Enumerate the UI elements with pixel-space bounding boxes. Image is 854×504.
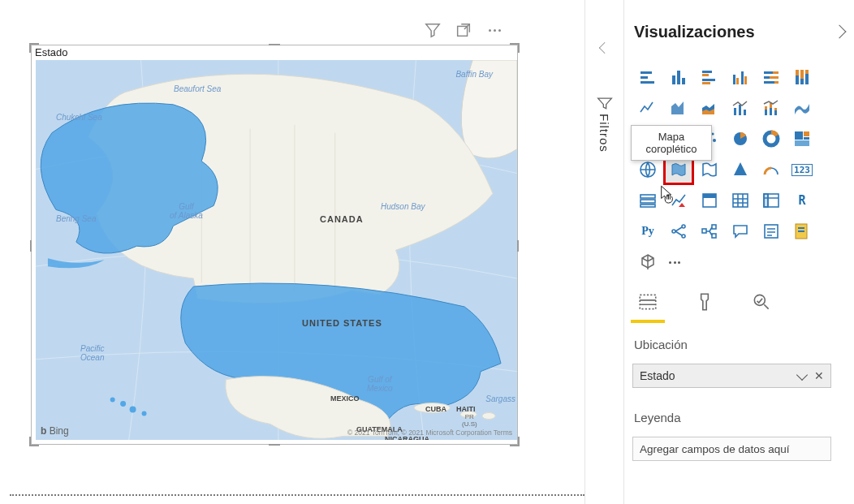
sea-label: Gulf of Alaska (170, 202, 203, 220)
svg-point-73 (682, 235, 685, 238)
visual-header-toolbar (424, 21, 503, 39)
filter-icon[interactable] (424, 21, 442, 39)
decomposition-tree-icon[interactable] (696, 218, 723, 245)
treemap-icon[interactable] (788, 125, 816, 153)
svg-rect-63 (640, 195, 655, 198)
visualization-picker: Mapa coroplético 123 (634, 63, 844, 276)
azure-map-icon[interactable] (727, 156, 754, 183)
svg-rect-67 (703, 194, 716, 198)
svg-rect-74 (702, 229, 706, 233)
sea-label: Baffin Bay (455, 70, 493, 79)
focus-mode-icon[interactable] (455, 21, 472, 39)
country-label: CUBA (425, 405, 446, 413)
card-icon[interactable]: 123 (788, 156, 816, 183)
svg-rect-20 (736, 78, 739, 84)
more-visuals-icon[interactable] (665, 248, 692, 276)
svg-point-71 (672, 230, 675, 233)
svg-rect-13 (677, 71, 680, 84)
smart-narrative-icon[interactable] (757, 218, 785, 245)
filters-pane-collapsed[interactable]: Filtros (584, 0, 623, 504)
expand-pane-icon[interactable] (599, 42, 610, 54)
analytics-tab-icon[interactable] (748, 286, 775, 318)
country-label: MEXICO (330, 394, 360, 403)
collapse-pane-icon[interactable] (833, 25, 847, 39)
donut-icon[interactable] (757, 125, 785, 153)
canvas-page-divider (10, 494, 584, 496)
svg-rect-12 (672, 75, 675, 84)
paginated-report-icon[interactable] (788, 218, 816, 245)
hundred-stacked-column-icon[interactable] (788, 63, 816, 91)
qa-visual-icon[interactable] (727, 218, 754, 245)
country-label: UNITED STATES (302, 318, 382, 328)
svg-rect-21 (741, 71, 744, 84)
svg-rect-70 (764, 194, 768, 207)
format-tab-icon[interactable] (691, 286, 718, 318)
map-svg (36, 60, 517, 440)
svg-rect-60 (804, 137, 809, 140)
svg-rect-17 (702, 79, 715, 81)
fields-tab-icon[interactable] (634, 286, 662, 318)
map-body[interactable]: Beaufort Sea Baffin Bay Chukchi Sea Beri… (36, 60, 517, 440)
pie-icon[interactable] (727, 125, 754, 153)
r-visual-icon[interactable]: R (788, 187, 816, 214)
sea-label: Gulf of Mexico (367, 375, 393, 393)
svg-rect-79 (798, 227, 804, 229)
sea-label: Pacific Ocean (80, 344, 104, 362)
python-visual-icon[interactable]: Py (634, 218, 662, 245)
svg-rect-32 (800, 70, 804, 79)
filter-icon (597, 96, 613, 110)
stacked-area-icon[interactable] (696, 94, 723, 122)
svg-point-82 (754, 295, 765, 305)
clustered-bar-icon[interactable] (696, 63, 723, 91)
resize-handle[interactable] (510, 41, 521, 53)
svg-rect-43 (774, 108, 777, 110)
svg-rect-36 (739, 105, 741, 115)
line-stacked-column-icon[interactable] (757, 94, 785, 122)
location-field-well[interactable]: Estado ✕ (632, 364, 831, 388)
sea-label: Chukchi Sea (56, 113, 102, 122)
ribbon-chart-icon[interactable] (788, 94, 816, 122)
line-clustered-column-icon[interactable] (727, 94, 754, 122)
svg-rect-19 (733, 75, 735, 84)
key-influencers-icon[interactable] (665, 218, 692, 245)
resize-handle[interactable] (269, 41, 280, 52)
svg-rect-28 (774, 81, 779, 84)
svg-point-5 (142, 411, 147, 416)
cursor-icon (657, 185, 676, 205)
country-label: CANADA (320, 214, 364, 224)
svg-rect-15 (702, 71, 712, 73)
line-chart-icon[interactable]: Mapa coroplético (634, 94, 662, 122)
svg-point-4 (130, 407, 136, 413)
slicer-icon[interactable] (696, 187, 723, 214)
svg-point-54 (713, 139, 716, 142)
get-more-visuals-icon[interactable] (634, 248, 662, 276)
chevron-down-icon[interactable] (796, 368, 808, 380)
more-options-icon[interactable] (485, 21, 503, 39)
area-chart-icon[interactable] (665, 94, 692, 122)
matrix-icon[interactable] (757, 187, 785, 214)
svg-rect-65 (640, 205, 655, 207)
filled-map-visual[interactable]: Estado (31, 45, 518, 445)
table-icon[interactable] (727, 187, 754, 214)
svg-rect-58 (795, 131, 803, 140)
hundred-stacked-bar-icon[interactable] (757, 63, 785, 91)
legend-field-well[interactable]: Agregar campos de datos aquí (632, 437, 831, 461)
svg-rect-22 (744, 76, 747, 84)
svg-rect-76 (712, 234, 716, 238)
svg-rect-80 (798, 230, 804, 232)
svg-rect-37 (744, 110, 746, 115)
sea-label: Beaufort Sea (174, 84, 221, 93)
svg-rect-81 (640, 295, 656, 308)
country-label: HAITI (456, 405, 476, 413)
tooltip: Mapa coroplético (631, 125, 712, 161)
svg-rect-30 (796, 70, 799, 75)
stacked-bar-icon[interactable] (634, 63, 662, 91)
resize-handle[interactable] (28, 41, 39, 53)
gauge-icon[interactable] (757, 156, 785, 183)
field-well-placeholder: Agregar campos de datos aquí (640, 443, 790, 455)
map-provider: b Bing (41, 425, 69, 437)
stacked-column-icon[interactable] (665, 63, 692, 91)
svg-rect-34 (805, 70, 809, 74)
remove-field-icon[interactable]: ✕ (814, 369, 824, 382)
clustered-column-icon[interactable] (727, 63, 754, 91)
